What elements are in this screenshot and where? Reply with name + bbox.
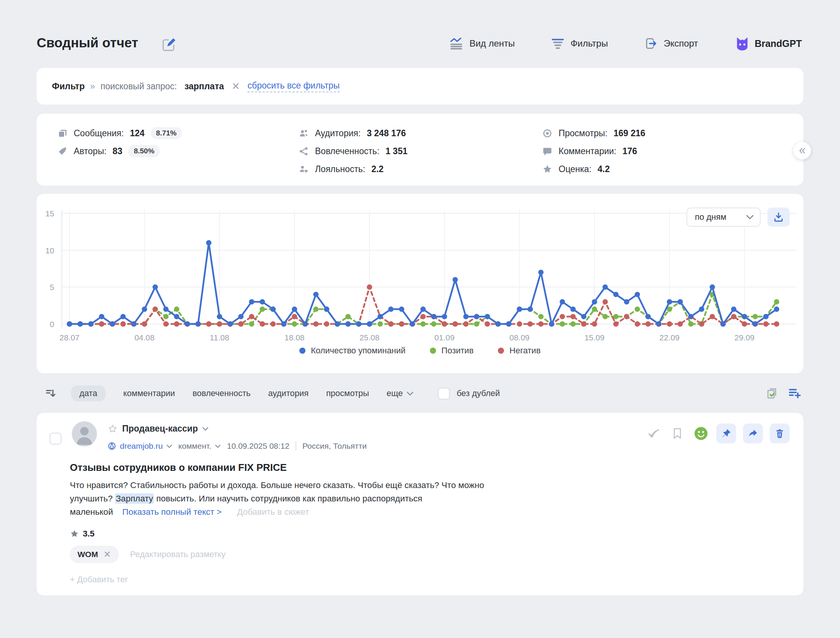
delete-button[interactable]: [770, 424, 790, 443]
more-label: еще: [387, 388, 403, 398]
stat-label: Просмотры:: [559, 128, 607, 139]
authors-icon: [57, 146, 68, 156]
stat-label: Авторы:: [74, 146, 107, 156]
add-to-story-link[interactable]: Добавить в сюжет: [237, 507, 309, 517]
stat-value: 124: [130, 128, 144, 139]
svg-text:10: 10: [45, 246, 54, 255]
check-icon: [647, 428, 660, 439]
edit-report-button[interactable]: [161, 37, 176, 52]
export-button[interactable]: Экспорт: [645, 37, 698, 50]
chevron-down-icon: [407, 392, 414, 396]
chevron-down-icon: [215, 445, 221, 448]
bookmark-button[interactable]: [669, 424, 686, 443]
post-author-row: Продавец-кассир: [108, 424, 208, 434]
add-tag-link[interactable]: + Добавить тег: [70, 575, 128, 585]
post-select-checkbox[interactable]: [50, 433, 61, 445]
post-rating: 3.5: [70, 529, 95, 539]
share-button[interactable]: [743, 424, 763, 443]
download-icon: [773, 212, 784, 222]
svg-text:29.09: 29.09: [734, 333, 754, 342]
feed-view-button[interactable]: Вид ленты: [449, 37, 515, 50]
highlighted-keyword: Зарплату: [115, 493, 154, 504]
post-body: Что нравится? Стабильность работы и дохо…: [70, 478, 484, 519]
pin-button[interactable]: [716, 424, 736, 443]
stat-engagement: Вовлеченность: 1 351: [299, 145, 407, 158]
chevron-down-icon[interactable]: [202, 427, 208, 431]
sort-bar: дата комментарии вовлеченность аудитория…: [45, 384, 801, 403]
tab-date[interactable]: дата: [71, 385, 106, 401]
legend-label: Негатив: [509, 346, 540, 356]
stat-value: 83: [113, 146, 123, 156]
stat-rating: Оценка: 4.2: [542, 163, 645, 176]
clear-all-filters-link[interactable]: сбросить все фильтры: [247, 81, 339, 92]
legend-label: Позитив: [441, 346, 473, 356]
post-title: Отзывы сотрудников о компании FIX PRICE: [70, 462, 287, 474]
tab-engagement[interactable]: вовлеченность: [192, 388, 250, 398]
stat-value: 4.2: [598, 164, 610, 174]
select-duplicates-icon[interactable]: [766, 387, 778, 400]
period-select[interactable]: по дням: [687, 208, 761, 227]
download-chart-button[interactable]: [767, 208, 790, 227]
collapse-panel-button[interactable]: [793, 142, 811, 160]
legend-negative: Негатив: [498, 346, 540, 356]
filters-icon: [551, 38, 564, 49]
stat-label: Вовлеченность:: [315, 146, 380, 156]
post-body-line3: маленькой Показать полный текст > Добави…: [70, 505, 484, 519]
remove-tag-icon[interactable]: ✕: [103, 549, 111, 560]
feed-view-icon: [449, 37, 463, 50]
favorite-star-icon[interactable]: [108, 424, 118, 434]
tag-label: WOM: [78, 550, 98, 559]
tab-audience[interactable]: аудитория: [268, 388, 309, 398]
add-to-list-icon[interactable]: [788, 387, 801, 400]
pin-icon: [721, 428, 732, 439]
smiley-positive-icon: [694, 427, 708, 440]
period-select-value: по дням: [695, 212, 726, 222]
positive-dot-icon: [430, 348, 436, 354]
svg-text:18.08: 18.08: [284, 333, 305, 342]
post-author[interactable]: Продавец-кассир: [122, 424, 198, 434]
filters-label: Фильтры: [570, 38, 608, 49]
stat-value: 169 216: [614, 128, 645, 139]
body-text: улучшить?: [70, 494, 115, 503]
edit-markup-link[interactable]: Редактировать разметку: [130, 549, 226, 559]
filters-button[interactable]: Фильтры: [551, 38, 608, 49]
tag-pill-wom[interactable]: WOM ✕: [70, 546, 119, 563]
sort-tabs: дата комментарии вовлеченность аудитория…: [71, 385, 414, 401]
body-text: повысить. Или научить сотрудников как пр…: [154, 494, 422, 503]
divider: [296, 441, 296, 451]
sentiment-button[interactable]: [693, 424, 709, 443]
post-meta-row: dreamjob.ru коммент. 10.09.2025 08:12 Ро…: [108, 441, 367, 451]
sort-icon[interactable]: [45, 388, 57, 399]
post-tags-row: WOM ✕ Редактировать разметку: [70, 546, 226, 563]
svg-text:11.08: 11.08: [210, 333, 229, 342]
show-full-text-link[interactable]: Показать полный текст >: [122, 507, 221, 517]
bookmark-icon: [672, 427, 683, 440]
loyalty-icon: [299, 164, 309, 174]
post-type[interactable]: коммент.: [178, 441, 221, 451]
remove-filter-icon[interactable]: ✕: [231, 81, 240, 92]
tab-comments[interactable]: комментарии: [123, 388, 175, 398]
tab-views[interactable]: просмотры: [326, 388, 369, 398]
chevron-down-icon: [166, 445, 172, 448]
svg-text:22.09: 22.09: [659, 333, 680, 342]
stat-messages: Сообщения: 124 8.71%: [57, 127, 182, 140]
brand-area[interactable]: BrandGPT: [735, 36, 802, 51]
svg-text:25.08: 25.08: [359, 333, 380, 342]
dedupe-control[interactable]: без дублей: [438, 388, 500, 400]
mark-read-button[interactable]: [645, 424, 662, 443]
export-label: Экспорт: [664, 38, 698, 49]
dedupe-checkbox[interactable]: [438, 388, 450, 400]
messages-icon: [57, 128, 68, 139]
stat-comments: Комментарии: 176: [542, 145, 645, 158]
stat-authors: Авторы: 83 8.50%: [57, 145, 182, 158]
post-source[interactable]: dreamjob.ru: [108, 441, 172, 451]
stats-column-2: Аудитория: 3 248 176 Вовлеченность: 1 35…: [299, 127, 407, 176]
stats-column-3: Просмотры: 169 216 Комментарии: 176 Оцен…: [542, 127, 645, 176]
sort-bar-actions: [766, 387, 801, 400]
post-body-line2: улучшить? Зарплату повысить. Или научить…: [70, 492, 484, 505]
star-icon: [70, 529, 79, 538]
page-title: Сводный отчет: [37, 35, 138, 50]
comments-icon: [542, 146, 552, 156]
tab-more[interactable]: еще: [387, 388, 414, 398]
mentions-chart-card: 05101528.0704.0811.0818.0825.0801.0908.0…: [37, 194, 803, 373]
